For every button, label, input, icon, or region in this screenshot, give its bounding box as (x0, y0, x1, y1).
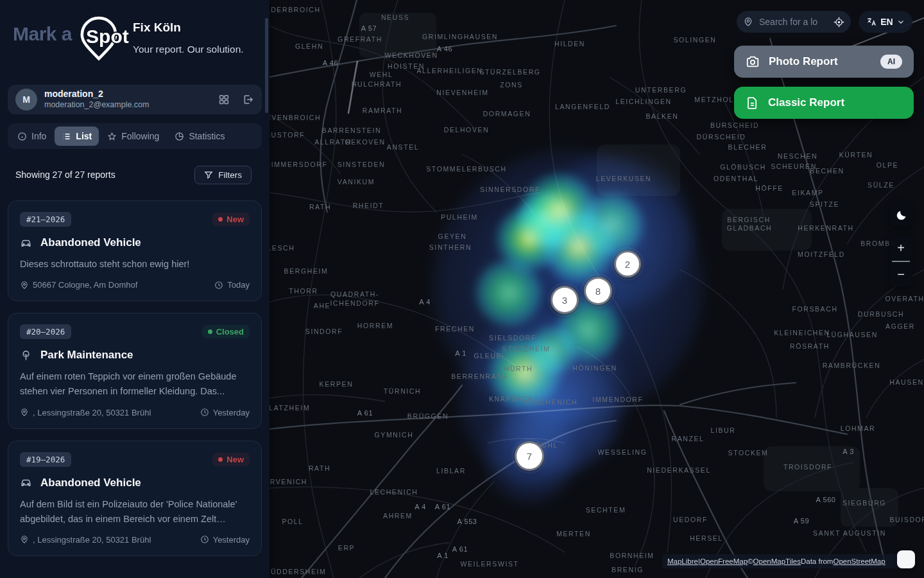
report-card[interactable]: #20–2026 Closed Park Maintenance Auf ein… (8, 313, 262, 428)
clock-icon (200, 408, 209, 417)
report-description: Auf einem roten Teppich vor einem großen… (20, 369, 250, 399)
list-icon (62, 132, 71, 141)
report-card[interactable]: #21–2026 New Abandoned Vehicle Dieses sc… (8, 200, 262, 301)
cluster-marker[interactable]: 3 (551, 286, 579, 314)
report-id-badge: #21–2026 (20, 212, 71, 227)
cluster-marker[interactable]: 7 (515, 441, 544, 471)
sidebar-tabbar: Info List Following Statistics (8, 123, 262, 149)
site-subtitle: Your report. Our solution. (133, 44, 244, 55)
user-card: M moderation_2 moderation_2@example.com (8, 85, 262, 114)
map-pin-icon (20, 408, 29, 417)
ai-badge: AI (880, 55, 902, 69)
map-pin-icon (20, 535, 29, 544)
user-name: moderation_2 (44, 89, 149, 100)
sidebar: Mark a Spot Fix Köln Your report. Our so… (0, 0, 270, 578)
language-selector[interactable]: EN (859, 11, 912, 33)
attribution-text: © (748, 557, 753, 565)
report-card[interactable]: #19–2026 New Abandoned Vehicle Auf dem B… (8, 441, 262, 556)
status-label: New (227, 455, 244, 464)
attribution-link[interactable]: OpenStreetMap (833, 557, 885, 565)
document-icon (746, 96, 759, 110)
chevron-down-icon (897, 18, 905, 26)
site-title: Fix Köln (133, 21, 244, 35)
filters-label: Filters (218, 170, 242, 180)
dashboard-grid-icon[interactable] (218, 94, 230, 105)
report-title: Park Maintenance (40, 349, 133, 362)
report-title: Abandoned Vehicle (40, 236, 141, 249)
report-id-badge: #20–2026 (20, 324, 71, 339)
zoom-out-button[interactable]: − (889, 262, 912, 287)
app-logo: Mark a Spot (13, 14, 123, 64)
status-badge: Closed (202, 325, 250, 338)
zoom-in-button[interactable]: + (889, 236, 912, 261)
report-date: Yesterday (213, 535, 250, 545)
tab-following-label: Following (121, 131, 159, 141)
status-label: New (227, 215, 244, 224)
attribution-link[interactable]: OpenMapTiles (753, 557, 801, 565)
map-attribution: MapLibre | OpenFreeMap © OpenMapTiles Da… (662, 554, 901, 568)
map-pin-icon (20, 281, 29, 290)
report-count-summary: Showing 27 of 27 reports (15, 170, 116, 180)
report-title: Abandoned Vehicle (40, 477, 141, 489)
photo-report-label: Photo Report (769, 55, 838, 68)
status-badge: New (212, 453, 250, 466)
translate-icon (866, 17, 877, 27)
dark-mode-toggle[interactable] (889, 204, 912, 227)
report-description: Auf dem Bild ist ein Polizeiauto der 'Po… (20, 497, 250, 527)
star-icon (107, 132, 117, 141)
cluster-marker[interactable]: 2 (614, 250, 641, 277)
status-label: Closed (216, 327, 244, 337)
tree-icon (20, 349, 32, 362)
avatar: M (15, 89, 37, 110)
filters-button[interactable]: Filters (194, 166, 252, 184)
attribution-toggle-button[interactable] (897, 550, 915, 568)
sidebar-scrollbar[interactable] (265, 18, 268, 113)
cluster-marker[interactable]: 8 (584, 277, 612, 305)
info-icon (17, 132, 27, 141)
report-description: Dieses schrottauto steht schon ewig hier… (20, 257, 250, 272)
tab-statistics-label: Statistics (189, 131, 225, 141)
attribution-link[interactable]: MapLibre (667, 557, 698, 565)
language-code: EN (880, 17, 893, 27)
pie-chart-icon (175, 132, 184, 141)
report-id-badge: #19–2026 (20, 452, 71, 467)
report-date: Yesterday (213, 408, 250, 417)
classic-report-label: Classic Report (768, 96, 844, 109)
tab-info[interactable]: Info (10, 127, 53, 146)
funnel-icon (204, 170, 213, 179)
logo-text-spot: Spot (86, 26, 129, 48)
report-address: , Lessingstraße 20, 50321 Brühl (33, 408, 151, 417)
report-date: Today (227, 280, 250, 290)
logout-icon[interactable] (243, 94, 254, 105)
logo-pin-icon: Spot (73, 14, 123, 64)
locate-icon[interactable] (834, 17, 844, 28)
tab-list-label: List (76, 131, 92, 141)
status-badge: New (212, 213, 250, 226)
tab-info-label: Info (31, 131, 46, 141)
camera-icon (746, 55, 760, 69)
tab-list[interactable]: List (55, 127, 99, 146)
report-list: #21–2026 New Abandoned Vehicle Dieses sc… (8, 200, 262, 568)
clock-icon (214, 281, 223, 290)
map-pin-icon (743, 17, 753, 27)
user-email: moderation_2@example.com (44, 100, 149, 110)
search-input[interactable] (758, 16, 829, 28)
clock-icon (200, 535, 209, 544)
status-dot-icon (208, 329, 212, 334)
classic-report-button[interactable]: Classic Report (734, 87, 914, 119)
status-dot-icon (218, 217, 223, 222)
report-address: 50667 Cologne, Am Domhof (33, 280, 137, 290)
car-icon (20, 237, 32, 249)
report-address: , Lessingstraße 20, 50321 Brühl (33, 535, 151, 545)
photo-report-button[interactable]: Photo Report AI (734, 46, 914, 78)
status-dot-icon (218, 457, 223, 462)
map-zoom-control: + − (889, 236, 912, 287)
attribution-text: Data from (801, 557, 834, 565)
tab-statistics[interactable]: Statistics (167, 127, 232, 146)
location-search[interactable] (737, 11, 851, 33)
moon-icon (895, 209, 907, 222)
logo-text-mark-a: Mark a (13, 23, 72, 45)
tab-following[interactable]: Following (100, 127, 166, 146)
car-icon (20, 477, 32, 489)
attribution-link[interactable]: OpenFreeMap (700, 557, 748, 565)
